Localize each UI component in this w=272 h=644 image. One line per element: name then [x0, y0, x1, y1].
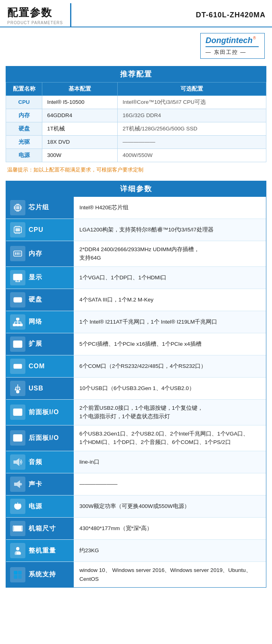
svg-point-83 [15, 526, 16, 527]
row-basic: 300W [42, 149, 118, 162]
detail-label: COM [29, 363, 45, 370]
detail-label: 系统支持 [29, 570, 56, 579]
list-item: 前面板I/O 2个前置USB2.0接口，1个电源按键，1个复位键，1个电源指示灯… [6, 400, 266, 425]
svg-rect-72 [17, 436, 19, 438]
svg-rect-51 [17, 345, 19, 347]
detail-icon [10, 499, 25, 514]
svg-rect-76 [19, 438, 21, 440]
svg-rect-66 [15, 410, 18, 412]
svg-text:KG: KG [17, 552, 21, 555]
svg-point-55 [17, 365, 18, 366]
detail-value: 1个VGA口、1个DP口、1个HDMI口 [74, 267, 266, 289]
svg-point-60 [17, 390, 19, 393]
list-item: 内存 2*DDR4 2400/2666/2933MHz UDIMM内存插槽，支持… [6, 241, 266, 267]
detail-title: 详细参数 [6, 181, 266, 197]
detail-label: 前面板I/O [29, 408, 59, 417]
brand-logo: Dongtintech® — 东田工控 — [200, 33, 265, 59]
detail-value: 6个USB3.2Gen1口、2个USB2.0口、2个Intel千兆网口、1个VG… [74, 425, 266, 451]
svg-rect-26 [17, 252, 18, 255]
detail-icon-label-cell: KG 整机重量 [6, 540, 74, 561]
detail-value: LGA1200构架，支持英特尔®酷睿™10代I3/I5/I7处理器 [74, 219, 266, 241]
detail-label: 声卡 [29, 480, 42, 489]
svg-rect-1 [16, 206, 19, 209]
detail-table: 芯片组 Intel® H420E芯片组 CPU LGA1200构架，支持英特尔®… [6, 197, 266, 588]
detail-value: ——————— [74, 473, 266, 495]
col-name: 配置名称 [6, 82, 42, 95]
logo-reg: ® [253, 36, 256, 40]
svg-rect-65 [13, 409, 22, 415]
svg-rect-62 [15, 389, 17, 390]
warm-tip: 温馨提示：如以上配置不能满足要求，可根据客户要求定制 [6, 162, 266, 173]
list-item: 电源 300W额定功率（可更换400W或550W电源） [6, 495, 266, 518]
svg-point-35 [19, 299, 21, 301]
detail-label: CPU [29, 226, 44, 233]
svg-rect-94 [14, 575, 17, 578]
table-row: CPU Intel® I5-10500 Intel®Core™10代i3/i5/… [6, 95, 266, 109]
list-item: USB 10个USB口（6个USB3.2Gen 1、4个USB2.0） [6, 378, 266, 400]
model-number: DT-610L-ZH420MA [71, 3, 272, 27]
list-item: 系统支持 window 10、 Windows server 2016、Wind… [6, 562, 266, 587]
detail-icon [10, 314, 25, 330]
page-title-en: PRODUCT PARAMETERS [7, 21, 63, 25]
svg-rect-73 [19, 436, 21, 438]
detail-label: 机箱尺寸 [29, 524, 56, 533]
detail-value: 2*DDR4 2400/2666/2933MHz UDIMM内存插槽，支持64G [74, 241, 266, 266]
svg-rect-40 [13, 324, 16, 326]
detail-value: 300W额定功率（可更换400W或550W电源） [74, 495, 266, 517]
svg-rect-15 [15, 228, 20, 231]
svg-point-54 [15, 365, 16, 366]
row-name: 硬盘 [6, 122, 42, 135]
list-item: 声卡 ——————— [6, 473, 266, 495]
svg-rect-41 [17, 324, 19, 326]
detail-icon-label-cell: 声卡 [6, 473, 74, 495]
detail-icon-label-cell: CPU [6, 219, 74, 241]
list-item: 硬盘 4个SATA III口，1个M.2 M-Key [6, 289, 266, 311]
row-basic: Intel® I5-10500 [42, 95, 118, 109]
col-optional: 可选配置 [118, 82, 266, 95]
detail-label: 芯片组 [29, 203, 49, 212]
detail-icon [10, 336, 25, 352]
svg-point-56 [19, 365, 20, 366]
detail-icon [10, 200, 25, 215]
detail-value: 4个SATA III口，1个M.2 M-Key [74, 289, 266, 311]
row-optional: 2T机械/128G/256G/500G SSD [118, 122, 266, 135]
row-name: 光驱 [6, 135, 42, 149]
detail-icon [10, 477, 25, 492]
detail-icon-label-cell: 内存 [6, 241, 74, 266]
svg-point-64 [19, 389, 20, 390]
detail-label: 显示 [29, 273, 42, 282]
detail-value: 430*480*177mm（宽*深*高） [74, 518, 266, 539]
list-item: 扩展 5个PCI插槽、1个PCIe x16插槽、1个PCIe x4插槽 [6, 333, 266, 355]
detail-label: 扩展 [29, 340, 42, 348]
detail-icon-label-cell: 音频 [6, 451, 74, 473]
svg-rect-25 [15, 252, 16, 255]
row-optional: Intel®Core™10代i3/i5/i7 CPU可选 [118, 95, 266, 109]
detail-label: 电源 [29, 502, 42, 511]
detail-icon: KG [10, 543, 25, 558]
list-item: COM 6个COM口（2个RS232/422/485口，4个RS232口） [6, 355, 266, 378]
detail-value: window 10、 Windows server 2016、Windows s… [74, 562, 266, 587]
detail-icon [10, 222, 25, 237]
table-row: 内存 64GDDR4 16G/32G DDR4 [6, 109, 266, 122]
detail-icon [10, 359, 25, 374]
recommended-table: 配置名称 基本配置 可选配置 CPU Intel® I5-10500 Intel… [6, 82, 266, 162]
detail-icon-label-cell: 显示 [6, 267, 74, 289]
logo-brand-text: Dongtintech [206, 36, 253, 45]
table-row: 硬盘 1T机械 2T机械/128G/256G/500G SSD [6, 122, 266, 135]
detail-label: USB [29, 385, 44, 392]
detail-value: 5个PCI插槽、1个PCIe x16插槽、1个PCIe x4插槽 [74, 333, 266, 355]
detail-value: 约23KG [74, 540, 266, 561]
row-optional: 400W/550W [118, 149, 266, 162]
detail-label: 后面板I/O [29, 434, 59, 442]
detail-value: Intel® H420E芯片组 [74, 197, 266, 219]
list-item: 音频 line-in口 [6, 451, 266, 473]
list-item: CPU LGA1200构架，支持英特尔®酷睿™10代I3/I5/I7处理器 [6, 219, 266, 241]
detail-label: 内存 [29, 250, 42, 258]
logo-sub-text: — 东田工控 — [206, 49, 246, 56]
detail-value: line-in口 [74, 451, 266, 473]
svg-marker-78 [15, 481, 20, 487]
svg-rect-50 [15, 345, 17, 347]
svg-rect-27 [19, 252, 19, 255]
svg-rect-71 [15, 436, 16, 438]
svg-rect-75 [17, 438, 19, 440]
